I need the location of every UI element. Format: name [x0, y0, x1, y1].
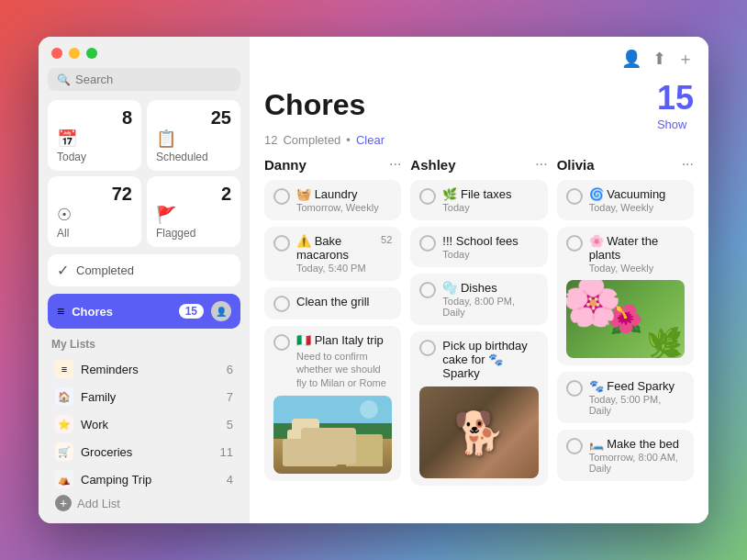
task-vacuum[interactable]: 🌀 Vacuuming Today, Weekly: [557, 180, 694, 220]
ashley-column: Ashley ··· 🌿 File taxes: [410, 156, 547, 523]
task-title: Laundry: [315, 187, 358, 201]
task-grill[interactable]: Clean the grill: [264, 287, 401, 319]
add-list-button[interactable]: + Add List: [42, 490, 246, 516]
task-name: 🛏️ Make the bed: [589, 437, 685, 451]
task-laundry[interactable]: 🧺 Laundry Tomorrow, Weekly: [264, 180, 401, 220]
task-sub: Today: [442, 202, 538, 213]
danny-column-header: Danny ···: [264, 156, 401, 173]
task-sub: Today, 5:00 PM, Daily: [589, 394, 685, 416]
camping-list-name: Camping Trip: [81, 473, 227, 487]
ashley-more-icon[interactable]: ···: [535, 156, 547, 173]
show-button[interactable]: Show: [657, 118, 687, 131]
task-italy[interactable]: 🇮🇹 Plan Italy trip Need to confirm wheth…: [264, 326, 401, 481]
close-button[interactable]: [51, 48, 62, 59]
reminders-list-name: Reminders: [81, 363, 227, 376]
task-circle[interactable]: [566, 235, 583, 252]
flagged-smart-list[interactable]: 2 🚩 Flagged: [147, 176, 240, 247]
task-emoji: 🧺: [296, 187, 311, 201]
list-item-groceries[interactable]: 🛒 Groceries 11: [42, 438, 246, 465]
task-info: ⚠️ Bake macarons Today, 5:40 PM: [296, 234, 374, 274]
task-taxes[interactable]: 🌿 File taxes Today: [410, 180, 547, 220]
completed-item[interactable]: ✓ Completed: [48, 254, 240, 286]
chores-item[interactable]: ≡ Chores 15 👤: [48, 294, 240, 329]
add-button[interactable]: ＋: [677, 48, 694, 70]
clear-button[interactable]: Clear: [356, 133, 385, 147]
task-circle[interactable]: [419, 340, 436, 356]
task-circle[interactable]: [273, 235, 290, 252]
list-item-reminders[interactable]: ≡ Reminders 6: [42, 355, 246, 383]
today-icon: 📅: [57, 129, 132, 149]
danny-more-icon[interactable]: ···: [389, 156, 401, 173]
task-name: Clean the grill: [296, 295, 392, 308]
task-circle[interactable]: [419, 188, 436, 205]
task-info: Clean the grill: [296, 295, 392, 308]
task-name: 🫧 Dishes: [442, 281, 538, 295]
task-info: 🫧 Dishes Today, 8:00 PM, Daily: [442, 281, 538, 318]
task-circle[interactable]: [566, 438, 583, 454]
maximize-button[interactable]: [86, 48, 97, 59]
share-icon[interactable]: ⬆: [652, 49, 666, 69]
task-bed[interactable]: 🛏️ Make the bed Tomorrow, 8:00 AM, Daily: [557, 430, 694, 481]
task-circle[interactable]: [273, 334, 290, 351]
all-smart-list[interactable]: 72 ☉ All: [48, 176, 141, 247]
task-circle[interactable]: [273, 296, 290, 312]
camping-icon: ⛺: [55, 470, 73, 488]
olivia-more-icon[interactable]: ···: [682, 156, 694, 173]
groceries-list-count: 11: [220, 445, 233, 459]
main-header: 👤 ⬆ ＋: [250, 37, 708, 70]
dog-image: 🐕: [419, 386, 538, 478]
task-name: !!! School fees: [442, 234, 538, 248]
task-emoji: 🐾: [589, 379, 604, 393]
task-note: Need to confirm whether we should fly to…: [296, 350, 392, 389]
app-window: 🔍 8 📅 Today 25 📋 Scheduled 72 ☉ All 2 🚩: [39, 37, 708, 523]
my-lists-label: My Lists: [39, 336, 250, 355]
scheduled-smart-list[interactable]: 25 📋 Scheduled: [147, 100, 240, 171]
task-circle[interactable]: [273, 188, 290, 205]
smart-lists: 8 📅 Today 25 📋 Scheduled 72 ☉ All 2 🚩 Fl…: [39, 100, 250, 254]
task-cake[interactable]: Pick up birthday cake for 🐾 Sparky 🐕: [410, 331, 547, 486]
task-name: 🌀 Vacuuming: [589, 187, 685, 201]
subtitle-row: 12 Completed • Clear: [264, 133, 694, 147]
add-list-label: Add List: [77, 497, 120, 510]
checkmark-icon: ✓: [57, 262, 69, 279]
task-circle[interactable]: [566, 188, 583, 205]
task-info: 🇮🇹 Plan Italy trip Need to confirm wheth…: [296, 333, 392, 389]
ashley-name: Ashley: [410, 157, 455, 173]
task-name: ⚠️ Bake macarons: [296, 234, 374, 262]
task-emoji: 🛏️: [589, 437, 604, 451]
task-plants[interactable]: 🌸 Water the plants Today, Weekly 🌸 🌿 🌺: [557, 227, 694, 365]
task-dishes[interactable]: 🫧 Dishes Today, 8:00 PM, Daily: [410, 274, 547, 325]
today-smart-list[interactable]: 8 📅 Today: [48, 100, 141, 171]
chores-avatar: 👤: [211, 301, 231, 321]
completed-label: Completed: [76, 263, 134, 277]
person-icon[interactable]: 👤: [621, 49, 641, 69]
search-bar[interactable]: 🔍: [48, 68, 240, 91]
task-emoji: 🫧: [442, 281, 457, 295]
task-macarons[interactable]: ⚠️ Bake macarons Today, 5:40 PM 52: [264, 227, 401, 281]
task-circle[interactable]: [419, 235, 436, 252]
reminders-icon: ≡: [55, 360, 73, 378]
task-schoolfees[interactable]: !!! School fees Today: [410, 227, 547, 267]
search-input[interactable]: [75, 73, 231, 86]
task-circle[interactable]: [419, 282, 436, 298]
danny-tasks: 🧺 Laundry Tomorrow, Weekly: [264, 180, 401, 523]
list-item-work[interactable]: ⭐ Work 5: [42, 410, 246, 438]
task-name: 🧺 Laundry: [296, 187, 392, 201]
traffic-lights: [39, 48, 250, 68]
task-circle[interactable]: [566, 380, 583, 397]
minimize-button[interactable]: [69, 48, 80, 59]
groceries-list-name: Groceries: [81, 445, 220, 459]
add-icon: +: [55, 495, 72, 511]
list-item-family[interactable]: 🏠 Family 7: [42, 383, 246, 410]
scheduled-count: 25: [156, 107, 231, 129]
task-sparky[interactable]: 🐾 Feed Sparky Today, 5:00 PM, Daily: [557, 372, 694, 423]
italy-image: [273, 396, 392, 474]
ashley-column-header: Ashley ···: [410, 156, 547, 173]
task-sub: Today: [442, 249, 538, 260]
task-info: 🌀 Vacuuming Today, Weekly: [589, 187, 685, 213]
task-name: Pick up birthday cake for 🐾 Sparky: [442, 339, 538, 380]
list-item-camping[interactable]: ⛺ Camping Trip 4: [42, 465, 246, 490]
count-badge: 15: [657, 79, 694, 118]
olivia-name: Olivia: [557, 157, 595, 173]
search-icon: 🔍: [57, 73, 71, 86]
